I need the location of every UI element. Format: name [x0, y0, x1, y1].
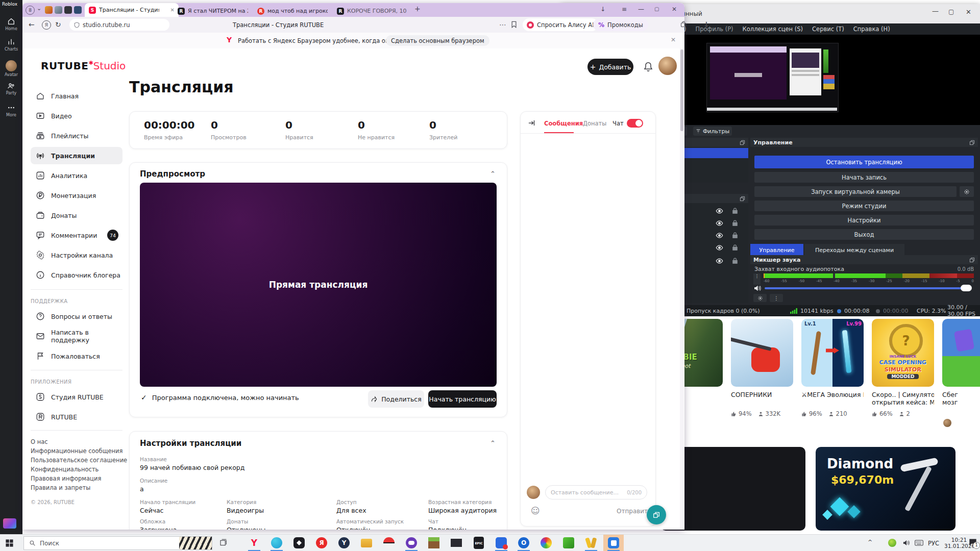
notifications-bell-icon[interactable] — [643, 61, 653, 72]
back-icon[interactable]: ← — [29, 20, 35, 29]
pinned-tab-icon[interactable] — [64, 6, 72, 14]
tab-rutube-studio[interactable]: S Трансляции - Студия Р ✕ — [85, 3, 179, 17]
sidebar-item-faq[interactable]: Вопросы и ответы — [31, 308, 122, 325]
studio-mode-button[interactable]: Режим студии — [754, 201, 974, 211]
lock-icon[interactable] — [732, 258, 738, 264]
stop-stream-button[interactable]: Остановить трансляцию — [754, 156, 974, 168]
footer-link-legal[interactable]: Правовая информация — [31, 475, 101, 482]
rail-item-home[interactable]: Home — [0, 17, 22, 31]
window-close-icon[interactable]: ✕ — [672, 6, 677, 13]
collapse-panel-icon[interactable] — [528, 119, 535, 127]
eye-icon[interactable] — [716, 232, 723, 239]
field-start-time[interactable]: Начало трансляцииСейчас — [140, 499, 195, 514]
taskbar-app-dark[interactable] — [289, 535, 309, 551]
field-description[interactable]: Описаниеа — [140, 478, 167, 493]
taskbar-app-game[interactable] — [401, 535, 422, 551]
video-thumbnail-diamond[interactable]: Diamond $69,670m — [816, 447, 955, 531]
taskbar-app-mail[interactable] — [446, 535, 467, 551]
taskbar-search[interactable]: Поиск — [23, 536, 212, 550]
ya-button[interactable]: Я — [42, 20, 51, 30]
settings-button[interactable]: Настройки — [754, 215, 974, 226]
mixer-panel-header[interactable]: Микшер звука — [750, 255, 978, 264]
footer-link-info[interactable]: Информационные сообщения — [31, 447, 123, 455]
rail-item-avatar[interactable]: Avatar — [0, 60, 22, 77]
collections-icon[interactable] — [680, 20, 688, 28]
tab-scene-transitions[interactable]: Переходы между сценами — [804, 244, 904, 256]
browser-menu-icon[interactable]: ≡ — [622, 6, 627, 13]
promo-button[interactable]: % Промокоды — [593, 18, 648, 31]
dock-icon[interactable] — [740, 196, 745, 202]
mixer-dots-button[interactable]: ⋮ — [770, 294, 783, 302]
rail-item-more[interactable]: More — [0, 104, 22, 117]
footer-link-about[interactable]: О нас — [31, 438, 48, 445]
stream-preview-player[interactable]: Прямая трансляция — [140, 183, 497, 387]
eye-icon[interactable] — [716, 208, 723, 214]
lock-icon[interactable] — [732, 220, 738, 227]
obs-close-icon[interactable]: ✕ — [966, 8, 971, 16]
task-view-button[interactable] — [219, 539, 228, 547]
lock-icon[interactable] — [732, 232, 738, 239]
mixer-gear-button[interactable] — [753, 294, 767, 302]
add-button[interactable]: + Добавить — [587, 59, 633, 75]
tab-video-1[interactable]: R Я стал ЧИТЕРОМ на 24 Ч — [174, 5, 258, 17]
page-scrollbar[interactable] — [680, 48, 684, 530]
dock-icon[interactable] — [969, 257, 975, 263]
tabs-chevron-icon[interactable]: ⌄ — [37, 5, 41, 12]
meter-menu-button[interactable]: ⋮ — [753, 273, 761, 285]
eye-icon[interactable] — [716, 244, 723, 251]
collapse-chevron-icon[interactable]: ⌃ — [490, 170, 496, 178]
alice-button[interactable]: Спросить Алису AI — [523, 18, 598, 31]
taskbar-app-navy-y[interactable]: Y — [334, 535, 354, 551]
dock-icon[interactable] — [740, 140, 745, 145]
window-minimize-icon[interactable]: — — [638, 6, 644, 13]
virtual-cam-config-button[interactable] — [960, 186, 974, 197]
downloads-icon[interactable]: ↓ — [703, 20, 709, 29]
make-default-button[interactable]: Сделать основным браузером — [386, 35, 489, 46]
sidebar-item-channel-settings[interactable]: Настройки канала — [31, 246, 122, 264]
game-card[interactable]: Сбег мозг — [942, 319, 980, 406]
sidebar-item-studio-app[interactable]: Студия RUTUBE — [31, 388, 122, 406]
share-button[interactable]: Поделиться — [368, 390, 424, 408]
sidebar-item-rutube-app[interactable]: RUTUBE — [31, 408, 122, 425]
footer-link-rules[interactable]: Правила и запреты — [31, 484, 90, 491]
tab-donations[interactable]: Донаты — [583, 120, 606, 127]
collapse-chevron-icon[interactable]: ⌃ — [490, 439, 496, 447]
field-chat[interactable]: ЧатПодключён — [428, 518, 467, 530]
send-button[interactable]: Отправить — [617, 508, 651, 515]
taskbar-app-ya[interactable]: Я — [311, 535, 332, 551]
start-stream-button[interactable]: Начать трансляцию — [428, 390, 497, 408]
keyboard-tray-icon[interactable] — [915, 540, 923, 546]
footer-link-privacy[interactable]: Конфиденциальность — [31, 466, 99, 473]
pinned-tab-icon[interactable] — [74, 6, 82, 14]
tab-controls[interactable]: Управление — [750, 244, 803, 256]
volume-slider-knob[interactable] — [961, 285, 972, 291]
emoji-icon[interactable]: ☺ — [531, 506, 540, 516]
download-complete-icon[interactable]: ↓ — [600, 6, 605, 13]
rail-item-party[interactable]: Party — [0, 82, 22, 95]
taskbar-app-colorwheel[interactable] — [536, 535, 556, 551]
taskbar-app-green-cube[interactable] — [558, 535, 579, 551]
tray-expand-icon[interactable]: ^ — [868, 539, 872, 545]
footer-link-terms[interactable]: Пользовательское соглашение — [31, 457, 127, 464]
exit-button[interactable]: Выход — [754, 229, 974, 240]
lock-icon[interactable] — [732, 244, 738, 251]
eye-icon[interactable] — [716, 258, 723, 264]
chat-toggle[interactable] — [627, 119, 643, 128]
obs-menu-scenes[interactable]: Коллекция сцен (S) — [743, 26, 803, 33]
address-bar[interactable]: studio.rutube.ru — [69, 19, 169, 31]
taskbar-app-o[interactable]: O — [513, 535, 534, 551]
rail-bottom-app-icon[interactable] — [3, 518, 16, 529]
tab-video-2[interactable]: R мод чтоб над игроком по — [253, 5, 338, 17]
taskbar-app-epic[interactable]: EPIC — [469, 535, 489, 551]
sidebar-item-analytics[interactable]: Аналитика — [31, 167, 122, 184]
taskbar-app-minecraft[interactable] — [424, 535, 444, 551]
rail-item-charts[interactable]: Charts — [0, 38, 22, 52]
user-avatar[interactable] — [658, 57, 677, 75]
field-category[interactable]: КатегорияВидеоигры — [227, 499, 264, 514]
field-name[interactable]: Название99 начей побиваю свой рекорд — [140, 456, 244, 471]
new-tab-icon[interactable]: + — [414, 5, 421, 13]
taskbar-app-keys[interactable] — [581, 535, 601, 551]
start-button[interactable] — [5, 539, 14, 547]
sidebar-item-write-support[interactable]: Написать в поддержку — [31, 328, 122, 345]
volume-slider[interactable] — [765, 287, 971, 289]
